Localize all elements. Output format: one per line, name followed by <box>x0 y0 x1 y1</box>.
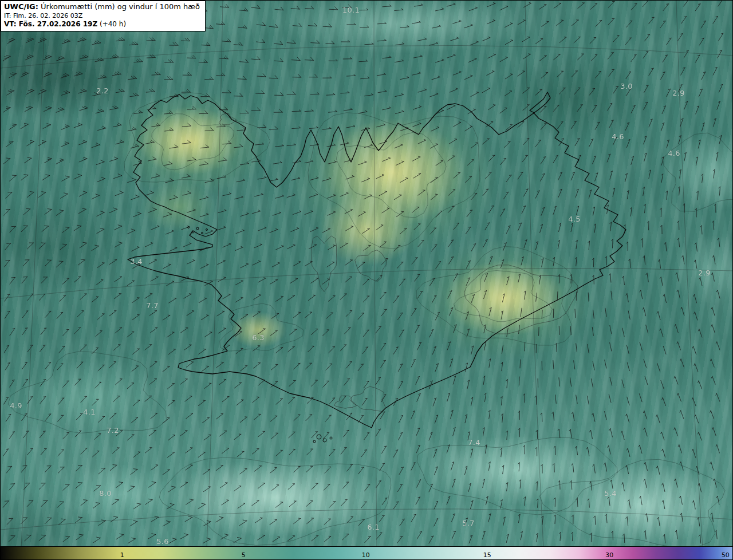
colorbar: 1510153050 <box>1 546 732 559</box>
valid-offset: (+40 h) <box>100 20 126 28</box>
init-time-line: IT: Fim. 26. 02. 2026 03Z <box>4 12 200 20</box>
colorbar-tick-30: 30 <box>605 552 613 558</box>
product-title-line: UWC/IG: Úrkomumætti (mm) og vindur í 100… <box>4 2 200 12</box>
weather-map-figure: 10.12.23.02.94.64.64.53.42.97.76.34.94.1… <box>0 0 733 560</box>
valid-time-line: VT: Fös. 27.02.2026 19Z (+40 h) <box>4 20 200 29</box>
init-time: Fim. 26. 02. 2026 03Z <box>13 12 82 19</box>
colorbar-tick-10: 10 <box>362 552 370 558</box>
product-title: Úrkomumætti (mm) og vindur í 100m hæð <box>41 2 200 11</box>
colorbar-tick-15: 15 <box>483 552 491 558</box>
title-box: UWC/IG: Úrkomumætti (mm) og vindur í 100… <box>1 1 206 31</box>
valid-time: Fös. 27.02.2026 19Z <box>19 20 97 28</box>
valid-label: VT: <box>4 20 17 28</box>
colorbar-tick-5: 5 <box>242 552 246 558</box>
map-overlay <box>1 1 733 548</box>
colorbar-tick-50: 50 <box>722 552 730 558</box>
colorbar-tick-1: 1 <box>120 552 124 558</box>
noise-texture <box>1 1 733 548</box>
init-label: IT: <box>4 12 11 19</box>
model-id: UWC/IG: <box>4 2 38 11</box>
